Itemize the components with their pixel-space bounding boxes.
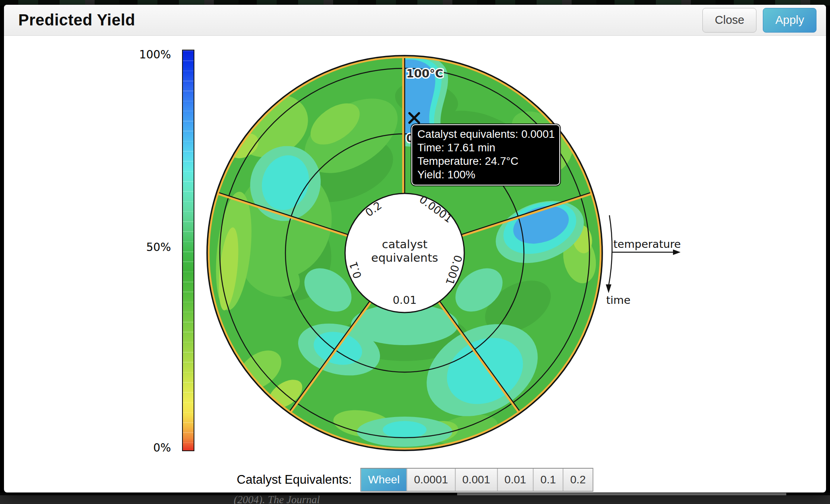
yield-colorbar <box>182 50 194 451</box>
colorbar-label-50: 50% <box>119 241 171 254</box>
toggle-0-2[interactable]: 0.2 <box>564 469 593 491</box>
tooltip-catalyst: Catalyst equivalents: 0.0001 <box>417 127 554 141</box>
ring-label-100c: 100°C <box>406 67 443 80</box>
catalyst-equivalents-controls: Catalyst Equivalents: Wheel 0.0001 0.001… <box>237 468 593 492</box>
yield-wheel-plot[interactable]: 100°C 0°C catalyst equivalents 0.2 0.000… <box>204 52 721 454</box>
time-axis-label: time <box>606 294 630 306</box>
time-arrowhead-icon <box>606 284 611 293</box>
toggle-0-01[interactable]: 0.01 <box>498 469 534 491</box>
apply-button[interactable]: Apply <box>763 8 816 33</box>
tooltip-temperature: Temperature: 24.7°C <box>417 154 554 168</box>
catalyst-equivalents-label: Catalyst Equivalents: <box>237 473 352 487</box>
tooltip-yield: Yield: 100% <box>417 168 554 182</box>
header-buttons: Close Apply <box>702 8 816 33</box>
center-label-line1: catalyst <box>382 238 428 251</box>
catalyst-equivalents-button-group: Wheel 0.0001 0.001 0.01 0.1 0.2 <box>361 468 593 492</box>
sector-label-0-01: 0.01 <box>393 294 417 306</box>
center-label-line2: equivalents <box>371 251 438 265</box>
tooltip-time: Time: 17.61 min <box>417 141 554 154</box>
temperature-axis-label: temperature <box>613 238 681 250</box>
close-button[interactable]: Close <box>702 8 756 33</box>
colorbar-label-100: 100% <box>119 48 171 61</box>
background-citation-strip: (2004). The Journal <box>0 495 830 504</box>
predicted-yield-dialog: Predicted Yield Close Apply 100% 50% 0% <box>4 5 826 492</box>
toggle-wheel[interactable]: Wheel <box>361 469 407 491</box>
datapoint-tooltip: Catalyst equivalents: 0.0001 Time: 17.61… <box>411 124 560 185</box>
toggle-0-001[interactable]: 0.001 <box>456 469 498 491</box>
toggle-0-1[interactable]: 0.1 <box>534 469 564 491</box>
temperature-arrowhead-icon <box>673 249 681 255</box>
background-citation-text: (2004). The Journal <box>234 495 320 504</box>
dialog-title: Predicted Yield <box>18 11 135 29</box>
colorbar-label-0: 0% <box>119 441 171 454</box>
axis-annotation: temperature time <box>606 215 681 306</box>
toggle-0-0001[interactable]: 0.0001 <box>407 469 456 491</box>
dialog-header: Predicted Yield Close Apply <box>4 5 826 36</box>
